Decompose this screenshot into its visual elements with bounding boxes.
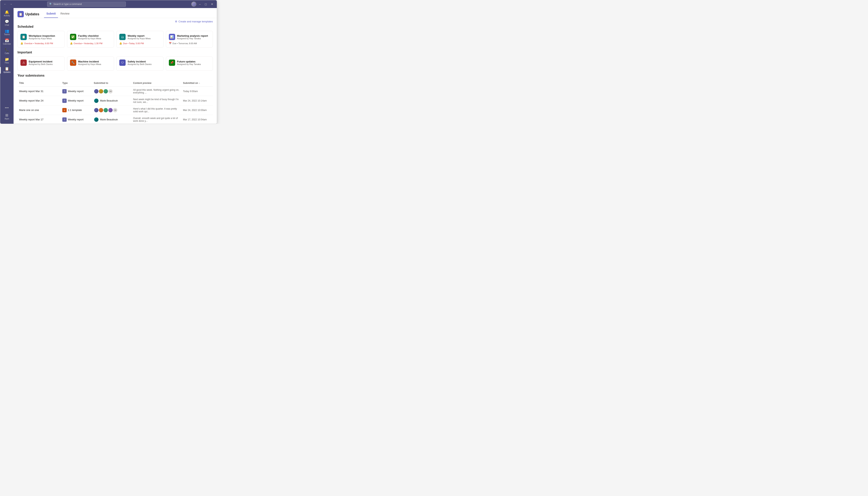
gear-icon: ⚙ — [175, 20, 177, 23]
card-status: 🔔 Overdue • Yesterday, 6:00 PM — [20, 42, 62, 45]
important-section: Important ⚠ Equipment incident Assigned … — [14, 51, 217, 74]
avatar — [94, 117, 99, 122]
table-row[interactable]: Marie one on one ≡ 1:1 template — [17, 106, 213, 115]
sidebar-item-label: Files — [5, 62, 9, 64]
sidebar-item-calls[interactable]: 📞 Calls — [0, 47, 14, 56]
table-row[interactable]: Weekly report Mar 17 ? Weekly report Mar… — [17, 115, 213, 124]
avatar — [94, 98, 99, 103]
card-header: ⚠ Equipment incident Assigned by Beth Da… — [20, 60, 62, 66]
cell-title: Marie one on one — [17, 107, 61, 113]
status-text: Overdue • Yesterday, 6:00 PM — [24, 42, 53, 45]
forward-button[interactable]: → — [9, 2, 14, 6]
sidebar-item-teams[interactable]: 👥 Teams — [0, 28, 14, 37]
assignee-name: Marie Beaudouin — [100, 99, 118, 102]
card-equipment-incident[interactable]: ⚠ Equipment incident Assigned by Beth Da… — [17, 57, 65, 71]
search-bar[interactable]: 🔍 Search or type a command — [47, 2, 126, 7]
cell-title: Weekly report Mar 31 — [17, 88, 61, 94]
back-button[interactable]: ← — [2, 2, 8, 6]
card-subtitle: Assigned by Ray Tanaka — [177, 63, 201, 65]
tab-submit[interactable]: Submit — [44, 11, 58, 18]
nav-buttons: ← → — [2, 2, 14, 6]
avatar-more: +4 — [108, 89, 113, 94]
actions-bar: ⚙ Create and manage templates — [14, 18, 217, 25]
avatar — [108, 108, 113, 113]
type-badge: ≡ 1:1 template — [62, 108, 91, 112]
cell-preview: Here's what I did this quarter. It was p… — [132, 106, 181, 114]
sort-icon: ↓ — [199, 82, 200, 84]
card-icon: ✅ — [70, 34, 76, 40]
type-badge: ? Weekly report — [62, 98, 91, 103]
submissions-table: Title Type Submitted to Content preview … — [17, 80, 213, 124]
card-title-group: Workplace inspection Assigned by Kayo Mi… — [29, 34, 55, 40]
card-header: 🔧 Machine incident Assigned by Kayo Miwa — [70, 60, 111, 66]
maximize-button[interactable]: ◻ — [204, 2, 208, 6]
user-avatar[interactable] — [191, 2, 196, 7]
card-title-group: Marketing analysis report Assigned by Ra… — [177, 34, 208, 40]
sidebar-item-chat[interactable]: 💬 Chat — [0, 18, 14, 28]
sidebar-item-updates[interactable]: 📋 Updates — [0, 65, 14, 75]
card-marketing-analysis[interactable]: 📊 Marketing analysis report Assigned by … — [166, 31, 213, 47]
card-facility-checklist[interactable]: ✅ Facility checklist Assigned by Kayo Mi… — [67, 31, 114, 47]
assignee-name: Marie Beaudouin — [100, 118, 118, 121]
activity-icon: 🔔 — [5, 11, 9, 14]
card-header: 🛡 Safety incident Assigned by Beth Davie… — [119, 60, 161, 66]
card-future-updates[interactable]: 📌 Future updates Assigned by Ray Tanaka — [166, 57, 213, 71]
card-subtitle: Assigned by Kayo Miwa — [78, 63, 101, 65]
teams-icon: 👥 — [5, 29, 9, 33]
card-icon: 🛡 — [119, 60, 125, 66]
search-icon: 🔍 — [49, 3, 52, 5]
sidebar-item-files[interactable]: 📁 Files — [0, 56, 14, 65]
type-icon: ≡ — [62, 108, 66, 112]
card-weekly-report[interactable]: 🗂 Weekly report Assigned by Kayo Miwa 🔔 … — [116, 31, 164, 47]
card-workplace-inspection[interactable]: 📋 Workplace inspection Assigned by Kayo … — [17, 31, 65, 47]
sidebar-item-calendar[interactable]: 📅 Calendar — [0, 37, 14, 47]
status-icon: 🔔 — [119, 42, 122, 45]
page-title: Updates — [25, 12, 39, 16]
updates-icon: 📋 — [5, 67, 9, 71]
cell-submitted-on: Mar 24, 2022 10:14am — [181, 98, 213, 104]
minimize-button[interactable]: – — [198, 2, 202, 6]
cell-type: ? Weekly report — [61, 97, 92, 105]
cell-title: Weekly report Mar 17 — [17, 117, 61, 123]
card-header: 📊 Marketing analysis report Assigned by … — [169, 34, 210, 40]
scheduled-section-title: Scheduled — [17, 25, 213, 29]
table-row[interactable]: Weekly report Mar 31 ? Weekly report — [17, 87, 213, 96]
sidebar-item-label: Calendar — [3, 43, 11, 45]
avatars-group: +4 — [94, 89, 130, 94]
card-status: 🔔 Due • Today, 5:00 PM — [119, 42, 161, 45]
avatar — [99, 89, 104, 94]
status-text: Overdue • Yesterday, 1:30 PM — [74, 42, 103, 45]
card-title: Safety incident — [128, 60, 152, 63]
cell-submitted-to: Marie Beaudouin — [92, 97, 132, 105]
sidebar-item-activity[interactable]: 🔔 Activity — [0, 9, 14, 18]
more-icon: ••• — [5, 106, 9, 110]
col-submitted-on[interactable]: Submitted on ↓ — [181, 81, 213, 85]
sidebar-item-more[interactable]: ••• — [4, 105, 10, 111]
cell-type: ? Weekly report — [61, 88, 92, 95]
tab-review[interactable]: Review — [58, 11, 72, 18]
card-title-group: Machine incident Assigned by Kayo Miwa — [78, 60, 101, 65]
create-templates-button[interactable]: ⚙ Create and manage templates — [175, 20, 213, 23]
card-subtitle: Assigned by Kayo Miwa — [29, 37, 55, 40]
sidebar-item-apps[interactable]: ⊞ Apps — [4, 112, 10, 121]
cell-submitted-on: Mar 24, 2022 10:00am — [181, 107, 213, 113]
avatar — [99, 108, 104, 113]
type-label: Weekly report — [68, 118, 84, 121]
card-subtitle: Assigned by Kayo Miwa — [78, 37, 101, 40]
card-icon: 🗂 — [119, 34, 125, 40]
card-subtitle: Assigned by Kayo Miwa — [128, 37, 151, 40]
chat-icon: 💬 — [5, 20, 9, 24]
cell-title: Weekly report Mar 24 — [17, 97, 61, 104]
table-row[interactable]: Weekly report Mar 24 ? Weekly report Mar… — [17, 96, 213, 106]
card-title: Equipment incident — [29, 60, 53, 63]
close-button[interactable]: ✕ — [210, 2, 214, 6]
cell-submitted-on: Today 9:00am — [181, 88, 213, 94]
calendar-icon: 📅 — [5, 39, 9, 42]
card-machine-incident[interactable]: 🔧 Machine incident Assigned by Kayo Miwa — [67, 57, 114, 71]
card-icon: 🔧 — [70, 60, 76, 66]
title-bar: ← → 🔍 Search or type a command – ◻ ✕ — [0, 0, 217, 8]
card-safety-incident[interactable]: 🛡 Safety incident Assigned by Beth Davie… — [116, 57, 164, 71]
type-label: Weekly report — [68, 90, 84, 93]
card-title-group: Safety incident Assigned by Beth Davies — [128, 60, 152, 65]
card-title: Facility checklist — [78, 34, 101, 37]
